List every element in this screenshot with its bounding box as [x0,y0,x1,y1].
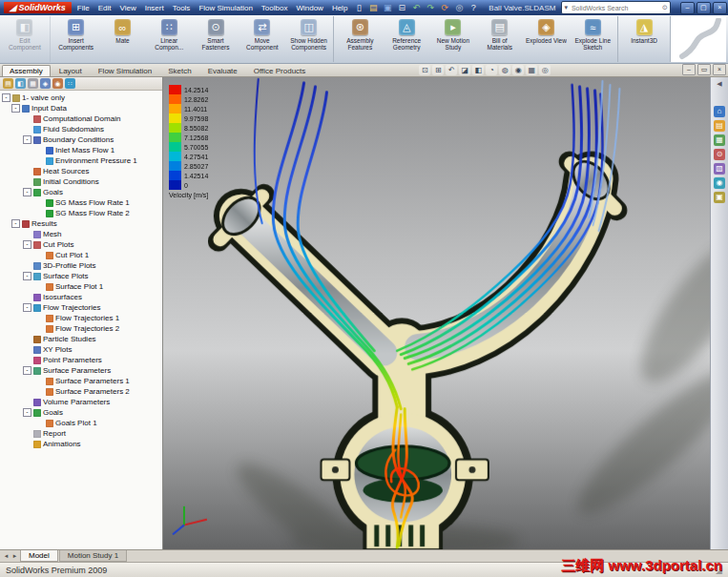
help-icon[interactable]: ? [468,2,479,13]
restore-document-icon[interactable]: ▭ [697,64,711,75]
tree-item[interactable]: Mesh [0,229,162,239]
explode-line-sketch-button[interactable]: ≈ Explode Line Sketch [570,16,618,62]
tree-item[interactable]: Isosurfaces [0,292,162,302]
menu-help[interactable]: Help [332,4,347,12]
instant3d-button[interactable]: ◮ Instant3D [621,16,667,62]
minimize-window-icon[interactable]: – [680,2,695,14]
zoom-to-fit-icon[interactable]: ⊡ [419,65,430,75]
save-icon[interactable]: ▣ [382,2,393,13]
menu-view[interactable]: View [119,4,135,12]
tree-expander-icon[interactable]: - [23,303,31,312]
mate-button[interactable]: ∞ Mate [100,16,146,62]
graphics-area[interactable]: 14.2514 12.8262 11.4011 [163,77,710,549]
custom-properties-icon[interactable]: ▣ [714,192,725,203]
propertymanager-icon[interactable]: ◧ [15,78,26,89]
tree-item[interactable]: Heat Sources [0,166,162,176]
tree-item[interactable]: Cut Plot 1 [0,250,162,260]
tree-item[interactable]: Computational Domain [0,113,162,124]
menu-insert[interactable]: Insert [145,4,164,12]
edit-appearance-icon[interactable]: ◉ [512,65,524,75]
tree-expander-icon[interactable]: - [11,219,20,228]
tab-scroll-right-icon[interactable]: ▸ [10,552,19,560]
tree-item[interactable]: Flow Trajectories 1 [0,313,162,323]
tree-item[interactable]: Point Parameters [0,355,162,365]
tree-item[interactable]: - Goals [0,187,162,197]
tree-item[interactable]: - Results [0,218,162,229]
tree-item[interactable]: - Surface Plots [0,271,162,281]
tree-item[interactable]: - 1- valve only [0,93,162,103]
tree-item[interactable]: SG Mass Flow Rate 1 [0,197,162,208]
menu-flow-simulation[interactable]: Flow Simulation [198,4,252,12]
tab-office-products[interactable]: Office Products [246,65,314,76]
tab-model[interactable]: Model [20,550,58,562]
configurationmanager-icon[interactable]: ▦ [28,78,38,89]
edit-component-button[interactable]: ◧ Edit Component [2,16,51,62]
tree-expander-icon[interactable]: - [11,104,20,113]
tree-item[interactable]: Report [0,428,162,439]
previous-view-icon[interactable]: ↶ [446,65,457,75]
view-palette-icon[interactable]: ▧ [714,163,725,175]
search-icon[interactable]: ⊙ [662,4,668,11]
tree-item[interactable]: Animations [0,439,162,449]
tree-expander-icon[interactable]: - [2,93,10,102]
tree-item[interactable]: Goals Plot 1 [0,418,162,428]
apply-scene-icon[interactable]: ▦ [526,65,537,75]
view-orientation-icon[interactable]: ◧ [472,65,484,75]
design-library-icon[interactable]: ▤ [714,120,725,132]
tree-item[interactable]: SG Mass Flow Rate 2 [0,208,162,218]
bill-of-materials-button[interactable]: ▤ Bill of Materials [477,16,523,62]
tree-expander-icon[interactable]: - [23,135,31,144]
tree-item[interactable]: 3D-Profile Plots [0,260,162,271]
close-document-icon[interactable]: × [713,64,726,75]
print-icon[interactable]: ⊟ [396,2,407,13]
tree-expander-icon[interactable]: - [23,188,31,196]
tab-motion-study-1[interactable]: Motion Study 1 [59,550,127,562]
smart-fasteners-button[interactable]: ⊙ Smart Fasteners [193,16,239,62]
appearances-scenes-icon[interactable]: ◉ [714,177,725,189]
3d-viewport-scene[interactable] [163,77,710,549]
reference-geometry-button[interactable]: ◬ Reference Geometry [384,16,429,62]
insert-components-button[interactable]: ⊞ Insert Components [53,16,99,62]
menu-tools[interactable]: Tools [173,4,191,12]
tree-item[interactable]: Surface Parameters 2 [0,386,162,397]
solidworks-resources-icon[interactable]: ⌂ [714,106,725,117]
tab-assembly[interactable]: Assembly [2,65,51,76]
dimxpertmanager-icon[interactable]: ◈ [40,78,51,89]
tab-sketch[interactable]: Sketch [160,65,198,76]
minimize-document-icon[interactable]: – [682,64,696,75]
displaymanager-icon[interactable]: ◉ [52,78,63,89]
new-motion-study-button[interactable]: ▸ New Motion Study [430,16,476,62]
tree-expander-icon[interactable]: - [23,240,31,249]
tree-item[interactable]: - Cut Plots [0,239,162,250]
maximize-window-icon[interactable]: ▢ [697,2,711,14]
zoom-to-area-icon[interactable]: ⊞ [432,65,444,75]
menu-window[interactable]: Window [296,4,322,12]
search-input[interactable] [570,4,660,12]
tree-item[interactable]: Flow Trajectories 2 [0,323,162,334]
display-style-icon[interactable]: ◔ [486,65,497,75]
tree-expander-icon[interactable]: - [23,366,31,375]
tree-item[interactable]: - Boundary Conditions [0,134,162,145]
menu-file[interactable]: File [77,4,90,12]
tree-item[interactable]: Initial Conditions [0,176,162,187]
tab-flow-simulation[interactable]: Flow Simulation [91,65,159,76]
tree-item[interactable]: - Surface Parameters [0,365,162,376]
tree-item[interactable]: Surface Plot 1 [0,281,162,292]
redo-icon[interactable]: ↷ [425,2,436,13]
new-document-icon[interactable]: ▯ [353,2,364,13]
search-results-icon[interactable]: ⊙ [714,149,725,160]
linear-component-pattern-button[interactable]: ∷ Linear Compon... [146,16,192,62]
move-component-button[interactable]: ⇄ Move Component [239,16,285,62]
tab-evaluate[interactable]: Evaluate [200,65,245,76]
tree-item[interactable]: - Goals [0,407,162,418]
tree-item[interactable]: Fluid Subdomains [0,124,162,134]
file-explorer-icon[interactable]: ▦ [714,134,725,146]
view-settings-icon[interactable]: ◎ [539,65,551,75]
tab-layout[interactable]: Layout [52,65,90,76]
assembly-features-button[interactable]: ⊛ Assembly Features [337,16,383,62]
tree-expander-icon[interactable]: - [23,408,31,417]
chevron-down-icon[interactable]: ▾ [564,4,568,11]
show-hidden-components-button[interactable]: ◫ Show Hidden Components [286,16,335,62]
tree-item[interactable]: Environment Pressure 1 [0,155,162,166]
close-window-icon[interactable]: × [713,2,727,14]
